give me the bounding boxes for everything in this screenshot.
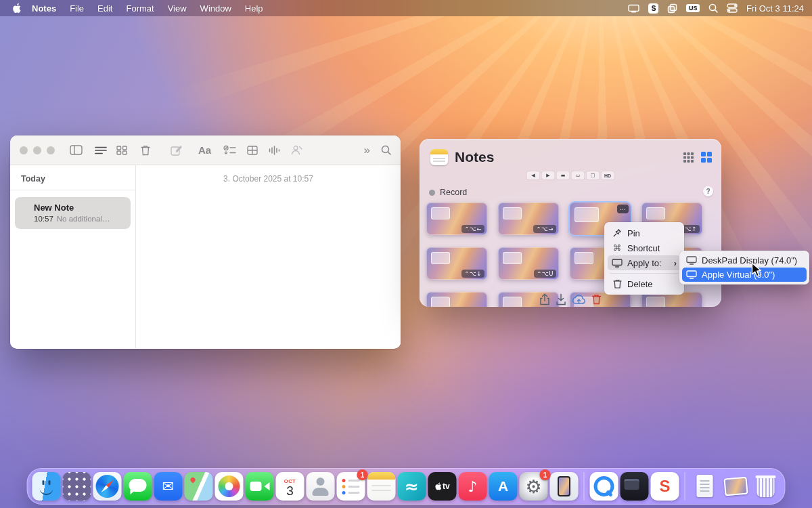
wave-icon: ≈ [405,477,419,496]
collaborate-icon[interactable] [291,145,302,155]
dock-item-calendar[interactable]: OCT 3 [276,472,304,501]
dock-item-s-app[interactable]: S [651,472,679,501]
input-source-badge[interactable]: US [686,4,700,12]
delete-snapshot-icon[interactable] [592,294,602,305]
dock-item-contacts[interactable] [307,472,335,501]
help-button[interactable]: ? [703,186,713,196]
dock-item-deskpad[interactable] [621,472,649,501]
context-menu: Pin ⌘ Shortcut Apply to: › Delete [604,222,684,295]
snapshot-tile[interactable]: ⌃⌥← [426,203,487,235]
submenu-item-apple-virtual[interactable]: Apple Virtual (9.0") [682,268,807,282]
menu-item-shortcut[interactable]: ⌘ Shortcut [608,240,681,255]
settings-badge: 1 [540,469,551,480]
sidebar-toggle-icon[interactable] [70,145,83,155]
dock-item-system-settings[interactable]: 1 ⚙ [520,472,548,501]
search-icon[interactable] [381,145,391,155]
wide-frame-button[interactable]: ▭ [572,171,585,179]
dock-item-screen-recorder[interactable]: ≈ [398,472,426,501]
note-editor[interactable]: 3. October 2025 at 10:57 [136,165,401,348]
menu-file[interactable]: File [63,3,91,14]
menu-window[interactable]: Window [194,3,238,14]
record-control[interactable]: Record [429,188,467,197]
export-icon[interactable] [556,293,566,305]
snapshot-tile[interactable]: ⌃⌥→ [498,203,559,235]
dock-item-screenshot-stack[interactable] [721,472,750,501]
menu-clock[interactable]: Fri Oct 3 11:24 [746,3,804,14]
gallery-view-icon[interactable] [116,146,127,155]
menu-edit[interactable]: Edit [91,3,119,14]
menu-item-label: Shortcut [627,243,660,253]
dock-item-reminders[interactable]: 1 [337,472,365,501]
music-note-icon: ♪ [468,478,477,495]
dock-item-notes[interactable] [367,472,396,501]
dock-item-maps[interactable] [185,472,213,501]
app-store-letter: A [498,478,508,494]
dock-item-quicktime[interactable] [590,472,618,501]
play-button[interactable]: ▶ [542,171,555,179]
dock-item-app-store[interactable]: A [489,472,518,501]
dock-item-apple-tv[interactable]: tv [428,472,457,501]
notes-window: Aa » Today New Note 10:57 No additional… [10,135,401,349]
dock-item-mail[interactable]: ✉ [154,472,183,501]
apple-menu-icon[interactable] [8,3,25,14]
trash-icon [612,279,623,289]
snapshot-tile[interactable] [426,292,487,307]
delete-note-icon[interactable] [141,145,150,156]
menu-separator [610,273,679,274]
dock-item-finder[interactable] [32,472,61,501]
hd-button[interactable]: HD [602,171,614,179]
snapshot-tile[interactable]: ⌃⌥↓ [426,247,487,280]
checklist-icon[interactable] [223,145,236,155]
minimize-button[interactable] [33,146,41,154]
step-back-button[interactable]: ◀ [527,171,540,179]
menu-item-delete[interactable]: Delete [608,276,681,291]
dock-item-document[interactable] [691,472,719,501]
dock-item-music[interactable]: ♪ [459,472,487,501]
close-button[interactable] [20,146,28,154]
submenu-item-deskpad[interactable]: DeskPad Display (74.0") [682,253,807,268]
small-grid-view-icon[interactable] [683,152,694,163]
layers-icon[interactable] [667,3,677,14]
record-dot-icon [429,190,435,196]
menu-view[interactable]: View [161,3,194,14]
table-icon[interactable] [247,146,258,155]
dock-separator [685,472,685,501]
large-grid-view-icon[interactable] [701,152,712,163]
more-options-button[interactable]: ⋯ [617,205,629,213]
dock-item-iphone-mirroring[interactable] [550,472,579,501]
dock-item-trash[interactable] [752,472,780,501]
menu-help[interactable]: Help [238,3,270,14]
compose-icon[interactable] [171,145,182,156]
menu-app-name[interactable]: Notes [25,3,63,14]
sidebar-section-label: Today [10,169,135,190]
share-icon[interactable] [540,293,550,305]
format-icon[interactable]: Aa [198,144,211,156]
cloud-upload-icon[interactable] [572,294,586,305]
bar-view-button[interactable]: ▬ [557,171,570,179]
dock-item-facetime[interactable] [246,472,274,501]
frame-button[interactable]: □ [587,171,600,179]
list-view-icon[interactable] [95,146,107,155]
snapshot-tile[interactable]: ⌃⌥U [498,247,559,280]
toolbar-overflow-icon[interactable]: » [364,144,370,156]
screen-mirroring-icon[interactable] [628,4,639,13]
menu-bar: Notes File Edit Format View Window Help … [0,0,812,16]
note-preview: No additional… [57,215,110,223]
menu-format[interactable]: Format [119,3,160,14]
shortcut-label: ⌃⌥↓ [461,270,484,278]
spotlight-icon[interactable] [708,3,718,13]
menu-item-pin[interactable]: Pin [608,226,681,240]
zoom-button[interactable] [47,146,55,154]
dock-item-messages[interactable] [124,472,152,501]
dock-item-launchpad[interactable] [63,472,91,501]
note-list-item[interactable]: New Note 10:57 No additional… [15,197,131,229]
s-app-menu-icon[interactable]: S [648,3,658,14]
menu-item-apply-to[interactable]: Apply to: › [608,255,681,270]
dock-item-photos[interactable] [215,472,244,501]
record-label: Record [440,188,467,197]
control-center-icon[interactable] [727,3,738,13]
s-letter-icon: S [659,477,670,496]
dock-item-safari[interactable] [93,472,122,501]
audio-waveform-icon[interactable] [269,146,280,155]
note-subtitle: 10:57 No additional… [34,215,124,223]
